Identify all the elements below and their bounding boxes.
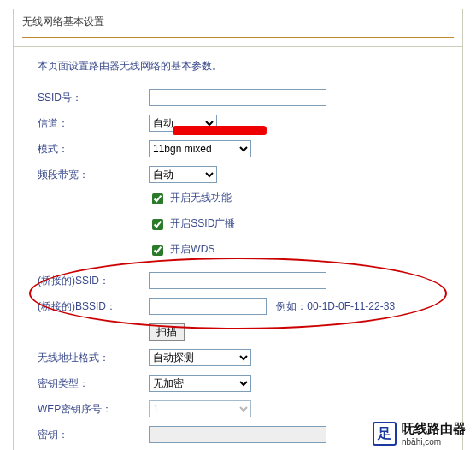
key-input bbox=[149, 426, 326, 443]
panel-title: 无线网络基本设置 bbox=[14, 9, 462, 47]
ssid-label: SSID号： bbox=[38, 91, 149, 105]
enable-wds-label: 开启WDS bbox=[170, 243, 214, 255]
key-type-label: 密钥类型： bbox=[38, 376, 149, 391]
addr-format-label: 无线地址格式： bbox=[38, 351, 149, 365]
mode-label: 模式： bbox=[38, 142, 149, 157]
intro-text: 本页面设置路由器无线网络的基本参数。 bbox=[38, 59, 447, 74]
bssid-hint: 例如：00-1D-0F-11-22-33 bbox=[276, 300, 395, 312]
key-label: 密钥： bbox=[38, 428, 149, 442]
ssid-input[interactable] bbox=[149, 89, 326, 106]
redaction-mark bbox=[173, 130, 267, 135]
domain-text: nbāhi,com bbox=[402, 437, 466, 447]
bridge-bssid-label: (桥接的)BSSID： bbox=[38, 299, 149, 314]
panel-body: 本页面设置路由器无线网络的基本参数。 SSID号： 信道： 自动 模式： bbox=[14, 47, 462, 450]
enable-wireless-label: 开启无线功能 bbox=[170, 192, 232, 204]
wep-index-select: 1 bbox=[149, 400, 251, 417]
brand-text: 呒线路由器 bbox=[402, 421, 466, 435]
enable-ssid-label: 开启SSID广播 bbox=[170, 217, 235, 229]
bridge-ssid-input[interactable] bbox=[149, 272, 326, 289]
scan-button[interactable]: 扫描 bbox=[149, 323, 185, 341]
settings-panel: 无线网络基本设置 本页面设置路由器无线网络的基本参数。 SSID号： 信道： 自… bbox=[13, 9, 463, 450]
footer-watermark: 足 呒线路由器 nbāhi,com bbox=[373, 421, 466, 447]
enable-wds-checkbox[interactable] bbox=[152, 245, 163, 256]
enable-ssid-broadcast-checkbox[interactable] bbox=[152, 219, 163, 230]
bridge-ssid-label: (桥接的)SSID： bbox=[38, 274, 149, 288]
key-type-select[interactable]: 无加密 bbox=[149, 375, 251, 392]
highlight-ellipse bbox=[29, 258, 447, 329]
addr-format-select[interactable]: 自动探测 bbox=[149, 349, 251, 366]
mode-select[interactable]: 11bgn mixed bbox=[149, 140, 251, 157]
panel-title-text: 无线网络基本设置 bbox=[22, 15, 104, 27]
channel-label: 信道： bbox=[38, 116, 149, 131]
bandwidth-label: 频段带宽： bbox=[38, 168, 149, 182]
enable-wireless-checkbox[interactable] bbox=[152, 193, 163, 204]
wep-index-label: WEP密钥序号： bbox=[38, 402, 149, 417]
bridge-bssid-input[interactable] bbox=[149, 298, 267, 315]
bandwidth-select[interactable]: 自动 bbox=[149, 166, 217, 183]
logo-icon: 足 bbox=[373, 422, 397, 446]
